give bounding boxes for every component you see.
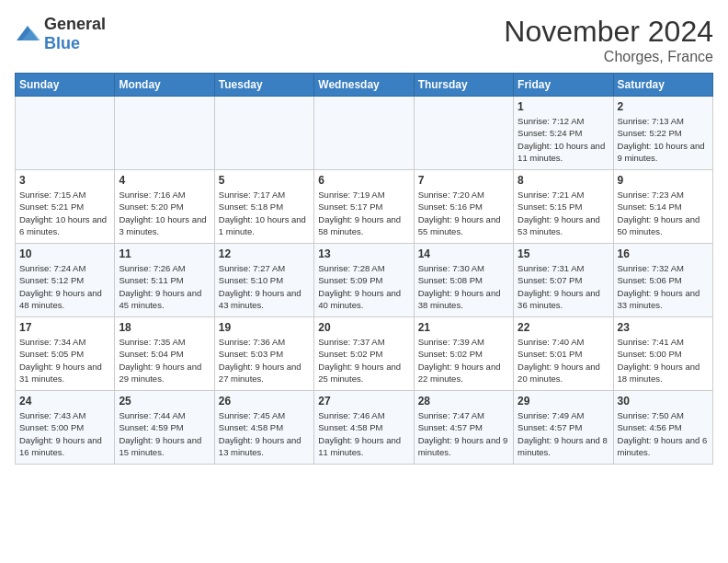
day-number: 1 (518, 100, 609, 113)
calendar-cell: 10Sunrise: 7:24 AM Sunset: 5:12 PM Dayli… (16, 244, 115, 317)
day-info: Sunrise: 7:28 AM Sunset: 5:09 PM Dayligh… (318, 262, 409, 311)
day-info: Sunrise: 7:45 AM Sunset: 4:58 PM Dayligh… (219, 409, 310, 458)
day-info: Sunrise: 7:46 AM Sunset: 4:58 PM Dayligh… (318, 409, 409, 458)
weekday-header-row: SundayMondayTuesdayWednesdayThursdayFrid… (16, 74, 713, 97)
day-number: 26 (219, 395, 310, 408)
calendar-cell: 9Sunrise: 7:23 AM Sunset: 5:14 PM Daylig… (613, 170, 712, 244)
calendar-week-row: 3Sunrise: 7:15 AM Sunset: 5:21 PM Daylig… (16, 170, 713, 244)
day-number: 29 (518, 395, 609, 408)
day-number: 17 (19, 321, 110, 334)
calendar-cell: 25Sunrise: 7:44 AM Sunset: 4:59 PM Dayli… (115, 391, 214, 465)
day-number: 21 (418, 321, 509, 334)
day-info: Sunrise: 7:32 AM Sunset: 5:06 PM Dayligh… (618, 262, 709, 311)
calendar-cell: 6Sunrise: 7:19 AM Sunset: 5:17 PM Daylig… (314, 170, 414, 244)
day-number: 18 (119, 321, 210, 334)
weekday-header: Saturday (613, 74, 712, 97)
day-info: Sunrise: 7:44 AM Sunset: 4:59 PM Dayligh… (119, 409, 210, 458)
day-number: 16 (618, 247, 709, 260)
day-info: Sunrise: 7:26 AM Sunset: 5:11 PM Dayligh… (119, 262, 210, 311)
day-number: 24 (19, 395, 110, 408)
page-header: General Blue November 2024 Chorges, Fran… (15, 15, 713, 65)
weekday-header: Sunday (16, 74, 115, 97)
day-number: 27 (318, 395, 409, 408)
day-info: Sunrise: 7:35 AM Sunset: 5:04 PM Dayligh… (119, 336, 210, 385)
day-number: 7 (418, 174, 509, 187)
day-number: 6 (318, 174, 409, 187)
calendar-cell: 12Sunrise: 7:27 AM Sunset: 5:10 PM Dayli… (214, 244, 313, 317)
day-info: Sunrise: 7:27 AM Sunset: 5:10 PM Dayligh… (219, 262, 310, 311)
location-title: Chorges, France (504, 49, 713, 65)
day-info: Sunrise: 7:20 AM Sunset: 5:16 PM Dayligh… (418, 189, 509, 237)
calendar-cell (115, 97, 214, 170)
calendar-cell: 28Sunrise: 7:47 AM Sunset: 4:57 PM Dayli… (414, 391, 513, 465)
month-title: November 2024 (504, 15, 713, 49)
title-section: November 2024 Chorges, France (504, 15, 713, 65)
day-info: Sunrise: 7:30 AM Sunset: 5:08 PM Dayligh… (418, 262, 509, 311)
day-number: 19 (219, 321, 310, 334)
day-number: 10 (19, 247, 110, 260)
calendar-cell: 24Sunrise: 7:43 AM Sunset: 5:00 PM Dayli… (16, 391, 115, 465)
day-number: 23 (618, 321, 709, 334)
day-number: 9 (618, 174, 709, 187)
weekday-header: Monday (115, 74, 214, 97)
calendar-cell (414, 97, 513, 170)
weekday-header: Tuesday (214, 74, 313, 97)
day-number: 22 (518, 321, 609, 334)
weekday-header: Thursday (414, 74, 513, 97)
day-info: Sunrise: 7:36 AM Sunset: 5:03 PM Dayligh… (219, 336, 310, 385)
calendar-cell: 19Sunrise: 7:36 AM Sunset: 5:03 PM Dayli… (214, 317, 313, 391)
calendar-cell: 2Sunrise: 7:13 AM Sunset: 5:22 PM Daylig… (613, 97, 712, 170)
day-info: Sunrise: 7:21 AM Sunset: 5:15 PM Dayligh… (518, 189, 609, 237)
day-info: Sunrise: 7:49 AM Sunset: 4:57 PM Dayligh… (518, 409, 609, 458)
calendar-cell: 13Sunrise: 7:28 AM Sunset: 5:09 PM Dayli… (314, 244, 414, 317)
day-number: 14 (418, 247, 509, 260)
calendar-cell: 23Sunrise: 7:41 AM Sunset: 5:00 PM Dayli… (613, 317, 712, 391)
calendar-cell: 22Sunrise: 7:40 AM Sunset: 5:01 PM Dayli… (514, 317, 613, 391)
day-info: Sunrise: 7:13 AM Sunset: 5:22 PM Dayligh… (618, 115, 709, 164)
day-number: 5 (219, 174, 310, 187)
day-info: Sunrise: 7:34 AM Sunset: 5:05 PM Dayligh… (19, 336, 110, 385)
day-info: Sunrise: 7:16 AM Sunset: 5:20 PM Dayligh… (119, 189, 210, 237)
calendar-cell: 20Sunrise: 7:37 AM Sunset: 5:02 PM Dayli… (314, 317, 414, 391)
logo-blue: Blue (44, 34, 80, 52)
calendar-cell: 1Sunrise: 7:12 AM Sunset: 5:24 PM Daylig… (514, 97, 613, 170)
calendar-cell: 17Sunrise: 7:34 AM Sunset: 5:05 PM Dayli… (16, 317, 115, 391)
logo-icon (15, 24, 40, 44)
day-info: Sunrise: 7:12 AM Sunset: 5:24 PM Dayligh… (518, 115, 609, 164)
day-info: Sunrise: 7:17 AM Sunset: 5:18 PM Dayligh… (219, 189, 310, 237)
calendar-cell: 18Sunrise: 7:35 AM Sunset: 5:04 PM Dayli… (115, 317, 214, 391)
day-number: 28 (418, 395, 509, 408)
day-number: 30 (618, 395, 709, 408)
calendar-cell: 3Sunrise: 7:15 AM Sunset: 5:21 PM Daylig… (16, 170, 115, 244)
calendar-cell: 8Sunrise: 7:21 AM Sunset: 5:15 PM Daylig… (514, 170, 613, 244)
day-info: Sunrise: 7:41 AM Sunset: 5:00 PM Dayligh… (618, 336, 709, 385)
calendar-cell: 21Sunrise: 7:39 AM Sunset: 5:02 PM Dayli… (414, 317, 513, 391)
day-number: 15 (518, 247, 609, 260)
logo: General Blue (15, 15, 106, 53)
day-info: Sunrise: 7:43 AM Sunset: 5:00 PM Dayligh… (19, 409, 110, 458)
calendar-cell: 30Sunrise: 7:50 AM Sunset: 4:56 PM Dayli… (613, 391, 712, 465)
calendar-week-row: 24Sunrise: 7:43 AM Sunset: 5:00 PM Dayli… (16, 391, 713, 465)
weekday-header: Friday (514, 74, 613, 97)
day-info: Sunrise: 7:23 AM Sunset: 5:14 PM Dayligh… (618, 189, 709, 237)
calendar-week-row: 17Sunrise: 7:34 AM Sunset: 5:05 PM Dayli… (16, 317, 713, 391)
calendar-table: SundayMondayTuesdayWednesdayThursdayFrid… (15, 73, 713, 465)
logo-general: General (44, 15, 106, 33)
calendar-cell: 15Sunrise: 7:31 AM Sunset: 5:07 PM Dayli… (514, 244, 613, 317)
day-info: Sunrise: 7:47 AM Sunset: 4:57 PM Dayligh… (418, 409, 509, 458)
calendar-cell (314, 97, 414, 170)
day-info: Sunrise: 7:40 AM Sunset: 5:01 PM Dayligh… (518, 336, 609, 385)
day-number: 8 (518, 174, 609, 187)
calendar-week-row: 1Sunrise: 7:12 AM Sunset: 5:24 PM Daylig… (16, 97, 713, 170)
day-number: 25 (119, 395, 210, 408)
day-number: 20 (318, 321, 409, 334)
day-number: 11 (119, 247, 210, 260)
day-info: Sunrise: 7:19 AM Sunset: 5:17 PM Dayligh… (318, 189, 409, 237)
calendar-cell: 29Sunrise: 7:49 AM Sunset: 4:57 PM Dayli… (514, 391, 613, 465)
day-info: Sunrise: 7:15 AM Sunset: 5:21 PM Dayligh… (19, 189, 110, 237)
calendar-cell: 4Sunrise: 7:16 AM Sunset: 5:20 PM Daylig… (115, 170, 214, 244)
calendar-cell: 5Sunrise: 7:17 AM Sunset: 5:18 PM Daylig… (214, 170, 313, 244)
day-info: Sunrise: 7:24 AM Sunset: 5:12 PM Dayligh… (19, 262, 110, 311)
day-info: Sunrise: 7:37 AM Sunset: 5:02 PM Dayligh… (318, 336, 409, 385)
calendar-cell: 27Sunrise: 7:46 AM Sunset: 4:58 PM Dayli… (314, 391, 414, 465)
